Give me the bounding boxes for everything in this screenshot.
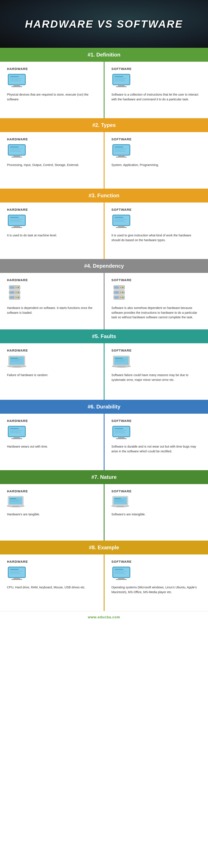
- svg-rect-31: [114, 151, 126, 152]
- svg-rect-83: [117, 366, 126, 367]
- footer-url: www.educba.com: [88, 615, 120, 619]
- section-header-dependency: #4. Dependency: [0, 259, 208, 273]
- col-left-label-faults: HARDWARE: [7, 348, 28, 352]
- col-left-label-function: HARDWARE: [7, 208, 28, 211]
- col-left-icon-example: [7, 566, 27, 582]
- svg-rect-39: [10, 221, 21, 222]
- server-icon: [111, 284, 127, 302]
- col-right-label-example: SOFTWARE: [111, 560, 132, 563]
- header-title: HARDWARE VS SOFTWARE: [25, 18, 183, 30]
- svg-rect-117: [10, 571, 22, 571]
- section-title-types: #2. Types: [92, 122, 116, 128]
- svg-rect-95: [116, 438, 127, 439]
- svg-point-70: [122, 297, 124, 298]
- svg-point-51: [16, 287, 17, 288]
- col-left-label-durability: HARDWARE: [7, 419, 28, 423]
- svg-rect-22: [10, 150, 20, 150]
- col-right-label-faults: SOFTWARE: [111, 348, 132, 352]
- svg-rect-13: [114, 78, 127, 79]
- svg-rect-116: [10, 569, 19, 570]
- server-icon: [7, 284, 22, 302]
- svg-rect-126: [114, 572, 124, 573]
- monitor-icon: [7, 566, 27, 581]
- col-right-icon-dependency: [111, 284, 127, 303]
- section-header-example: #8. Example: [0, 540, 208, 555]
- svg-rect-57: [10, 297, 14, 299]
- section-title-example: #8. Example: [89, 545, 119, 550]
- col-left-faults: HARDWARE Failure of hardware is random.: [0, 343, 104, 400]
- col-right-example: SOFTWARE Operating systems (Microsoft wi…: [104, 555, 208, 611]
- svg-rect-94: [118, 437, 125, 438]
- laptop2-icon: [111, 496, 129, 508]
- svg-point-66: [122, 292, 124, 293]
- col-right-text-dependency: Software is also somehow dependent on ha…: [111, 306, 201, 320]
- svg-point-50: [18, 287, 19, 288]
- svg-point-62: [122, 287, 124, 288]
- col-right-icon-durability: [111, 425, 131, 441]
- section-row-dependency: HARDWARE Hardware is dependent on softwa…: [0, 273, 208, 330]
- svg-rect-36: [10, 217, 19, 218]
- col-left-icon-durability: [7, 425, 27, 441]
- svg-rect-74: [10, 358, 18, 359]
- svg-point-58: [18, 297, 19, 298]
- svg-rect-87: [11, 438, 22, 439]
- svg-rect-108: [114, 498, 121, 499]
- header: HARDWARE VS SOFTWARE: [0, 0, 208, 48]
- svg-rect-118: [10, 572, 20, 573]
- svg-rect-10: [118, 85, 125, 86]
- col-right-label-durability: SOFTWARE: [111, 419, 132, 423]
- section-row-example: HARDWARE CPU, Hard drive, RAM, keyboard,…: [0, 555, 208, 611]
- col-left-label-definition: HARDWARE: [7, 67, 28, 71]
- monitor-icon: [111, 566, 131, 581]
- col-right-icon-function: [111, 214, 131, 230]
- col-right-label-definition: SOFTWARE: [111, 67, 132, 71]
- col-left-icon-definition: [7, 73, 27, 89]
- col-left-icon-dependency: [7, 284, 22, 303]
- col-left-label-dependency: HARDWARE: [7, 278, 28, 282]
- svg-rect-6: [10, 79, 20, 80]
- footer: www.educba.com: [0, 611, 208, 623]
- svg-rect-26: [118, 155, 125, 157]
- svg-rect-105: [12, 506, 20, 506]
- svg-rect-99: [114, 433, 126, 433]
- monitor-icon: [7, 214, 27, 229]
- svg-rect-114: [14, 578, 20, 579]
- section-row-durability: HARDWARE Hardware wears out with time. S…: [0, 414, 208, 470]
- col-left-text-durability: Hardware wears out with time.: [7, 444, 48, 449]
- section-title-dependency: #4. Dependency: [84, 263, 124, 269]
- col-left-nature: HARDWARE Hardware's are tangible.: [0, 484, 104, 540]
- col-right-label-nature: SOFTWARE: [111, 489, 132, 493]
- col-left-dependency: HARDWARE Hardware is dependent on softwa…: [0, 273, 104, 330]
- svg-point-54: [18, 292, 19, 293]
- svg-rect-104: [10, 501, 18, 502]
- svg-rect-27: [116, 157, 127, 157]
- section-header-durability: #6. Durability: [0, 400, 208, 414]
- laptop2-icon: [7, 496, 24, 508]
- svg-rect-65: [114, 291, 119, 293]
- monitor-icon: [111, 73, 131, 88]
- svg-rect-110: [114, 501, 123, 502]
- svg-rect-18: [14, 155, 20, 157]
- svg-rect-81: [115, 360, 126, 360]
- svg-rect-30: [114, 150, 124, 150]
- col-left-icon-faults: [7, 355, 27, 370]
- svg-rect-119: [10, 574, 21, 574]
- col-left-durability: HARDWARE Hardware wears out with time.: [0, 414, 104, 470]
- svg-point-59: [16, 297, 17, 298]
- col-right-icon-example: [111, 566, 131, 582]
- col-right-text-example: Operating systems (Microsoft windows, Li…: [111, 585, 201, 594]
- section-title-definition: #1. Definition: [87, 52, 121, 58]
- svg-rect-75: [10, 360, 21, 360]
- col-right-function: SOFTWARE It is used to give instruction …: [104, 203, 208, 259]
- svg-rect-115: [11, 579, 22, 580]
- section-header-function: #3. Function: [0, 189, 208, 203]
- col-left-text-nature: Hardware's are tangible.: [7, 512, 40, 517]
- svg-rect-103: [10, 500, 20, 500]
- col-right-icon-faults: [111, 355, 131, 370]
- col-left-text-types: Processing, Input, Output, Control, Stor…: [7, 163, 79, 167]
- svg-rect-69: [114, 297, 119, 299]
- svg-rect-61: [114, 286, 119, 288]
- section-header-definition: #1. Definition: [0, 48, 208, 62]
- col-left-label-types: HARDWARE: [7, 137, 28, 141]
- col-right-text-function: It is used to give instruction what kind…: [111, 233, 201, 243]
